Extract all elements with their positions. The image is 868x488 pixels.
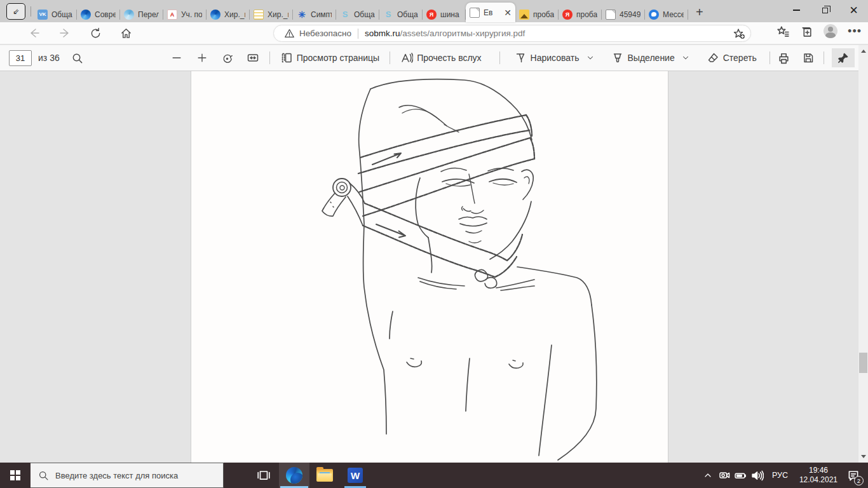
highlight-button[interactable]: Выделение	[607, 49, 694, 67]
minus-icon	[171, 52, 182, 64]
add-favorite-icon[interactable]	[733, 27, 745, 40]
taskbar-word-button[interactable]: W	[340, 463, 370, 488]
file-explorer-icon	[316, 469, 333, 482]
zoom-out-button[interactable]	[169, 50, 184, 65]
browser-tab[interactable]: A Уч. по	[163, 10, 207, 20]
scroll-up-arrow[interactable]	[858, 46, 868, 56]
browser-tab[interactable]: проба	[515, 10, 559, 20]
draw-button[interactable]: Нарисовать	[510, 49, 599, 67]
clock[interactable]: 19:46 12.04.2021	[794, 466, 843, 485]
fit-width-button[interactable]	[245, 50, 261, 65]
page-count-label: из 36	[38, 53, 60, 63]
eraser-icon	[707, 51, 719, 64]
language-indicator[interactable]: РУС	[766, 471, 794, 480]
browser-tab[interactable]: Совре	[77, 10, 120, 20]
action-center-button[interactable]: 2	[843, 463, 864, 488]
profile-avatar[interactable]	[824, 24, 837, 38]
save-button[interactable]	[801, 50, 816, 65]
browser-tab[interactable]: Мессе	[645, 10, 688, 20]
home-button[interactable]	[117, 24, 135, 42]
search-button[interactable]	[70, 50, 85, 65]
browser-tab[interactable]: S Общая	[336, 10, 379, 20]
taskbar-explorer-button[interactable]	[309, 463, 340, 488]
yandex-icon: Я	[426, 10, 437, 20]
window-controls: ✕	[782, 0, 868, 20]
divider	[31, 6, 31, 17]
taskbar-edge-button[interactable]	[279, 463, 309, 488]
refresh-button[interactable]	[86, 24, 104, 42]
browser-tab[interactable]: S Обща	[379, 10, 423, 20]
browser-tab[interactable]: VK Общая	[34, 10, 77, 20]
search-icon	[38, 470, 49, 481]
volume-icon[interactable]	[749, 463, 766, 488]
pdf-page	[191, 71, 668, 463]
browser-tab[interactable]: ✳ Симпт	[293, 10, 336, 20]
pin-toolbar-button[interactable]	[832, 48, 855, 67]
url-text: sobmk.ru/assets/алгоритмы-хирургия.pdf	[365, 29, 733, 38]
rotate-button[interactable]	[220, 50, 235, 65]
browser-tab[interactable]: Ев ✕	[466, 3, 515, 22]
pdf-viewer[interactable]	[0, 71, 858, 463]
vertical-tabs-button[interactable]: ⇙	[6, 3, 25, 20]
security-status[interactable]: Небезопасно	[284, 28, 351, 39]
yandex-icon: Я	[562, 10, 573, 20]
read-aloud-button[interactable]: Прочесть вслух	[397, 49, 485, 67]
taskbar-search-box[interactable]: Введите здесь текст для поиска	[31, 463, 224, 488]
tab-label: Обща	[397, 10, 418, 19]
scrollbar[interactable]	[858, 45, 868, 463]
minimize-button[interactable]	[782, 0, 811, 20]
browser-tab[interactable]: Я проба	[559, 10, 602, 20]
browser-tab[interactable]: Хир._м	[207, 10, 250, 20]
restore-button[interactable]	[811, 0, 839, 20]
messenger-icon	[649, 10, 659, 20]
close-button[interactable]: ✕	[839, 0, 868, 20]
address-bar[interactable]: Небезопасно sobmk.ru/assets/алгоритмы-хи…	[273, 25, 751, 42]
tab-label: шина к	[440, 10, 461, 19]
highlighter-icon	[611, 51, 624, 64]
favorites-icon[interactable]	[776, 25, 790, 38]
browser-tab[interactable]: 45949	[602, 10, 645, 20]
s-blue-icon: S	[340, 10, 350, 20]
meet-now-icon[interactable]	[716, 463, 733, 488]
browser-tab[interactable]: Хир._м	[250, 10, 293, 20]
tab-close-icon[interactable]: ✕	[504, 10, 512, 16]
tab-label: Перел	[138, 10, 159, 19]
chevron-down-icon[interactable]	[681, 53, 690, 62]
save-icon	[802, 51, 815, 64]
print-button[interactable]	[776, 50, 792, 65]
tab-label: 45949	[620, 10, 641, 19]
erase-button[interactable]: Стереть	[703, 49, 761, 67]
new-tab-button[interactable]: +	[696, 6, 703, 18]
pin-icon	[837, 52, 849, 64]
doc-icon	[470, 8, 480, 18]
taskbar: Введите здесь текст для поиска W	[0, 463, 868, 488]
chevron-down-icon[interactable]	[586, 53, 595, 62]
browser-tab[interactable]: Я шина к	[423, 10, 466, 20]
battery-icon[interactable]	[733, 463, 749, 488]
tab-label: Хир._м	[268, 10, 288, 19]
scrollbar-thumb[interactable]	[859, 353, 867, 373]
divider	[358, 29, 358, 39]
task-view-button[interactable]	[248, 463, 279, 488]
back-button[interactable]	[25, 24, 43, 42]
scroll-down-arrow[interactable]	[858, 452, 868, 461]
read-aloud-label: Прочесть вслух	[417, 53, 481, 63]
windows-logo-icon	[10, 470, 20, 480]
start-button[interactable]	[0, 463, 31, 488]
bandage-diagram	[191, 71, 669, 463]
zoom-in-button[interactable]	[194, 50, 210, 65]
tray-chevron-up-icon[interactable]	[700, 463, 716, 488]
forward-button[interactable]	[56, 24, 74, 42]
image-icon	[519, 10, 529, 20]
page-number-input[interactable]	[9, 50, 32, 66]
search-icon	[71, 52, 83, 64]
page-view-button[interactable]: Просмотр страницы	[276, 49, 383, 67]
home-icon	[120, 27, 132, 39]
collections-icon[interactable]	[800, 25, 813, 38]
tab-label: Мессе	[663, 10, 684, 19]
browser-tab[interactable]: Перел	[120, 10, 163, 20]
settings-menu-icon[interactable]: •••	[848, 25, 862, 38]
url-host: sobmk.ru	[365, 29, 400, 38]
star-of-life-icon: ✳	[297, 10, 307, 20]
rotate-icon	[221, 52, 233, 64]
